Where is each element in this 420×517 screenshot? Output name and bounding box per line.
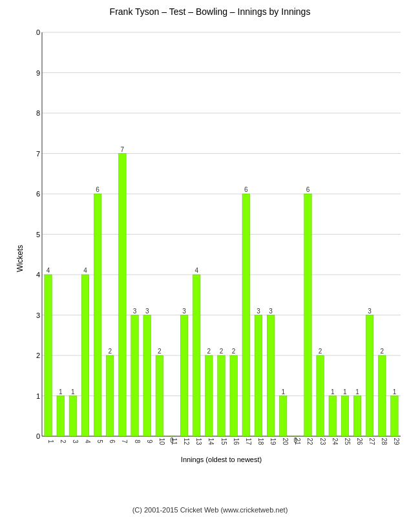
y-axis-label: Wickets — [16, 245, 25, 272]
footer: (C) 2001-2015 Cricket Web (www.cricketwe… — [0, 506, 420, 514]
chart-title: Frank Tyson – Test – Bowling – Innings b… — [0, 0, 420, 20]
chart-container: Frank Tyson – Test – Bowling – Innings b… — [0, 0, 420, 517]
bar-chart — [36, 23, 407, 465]
